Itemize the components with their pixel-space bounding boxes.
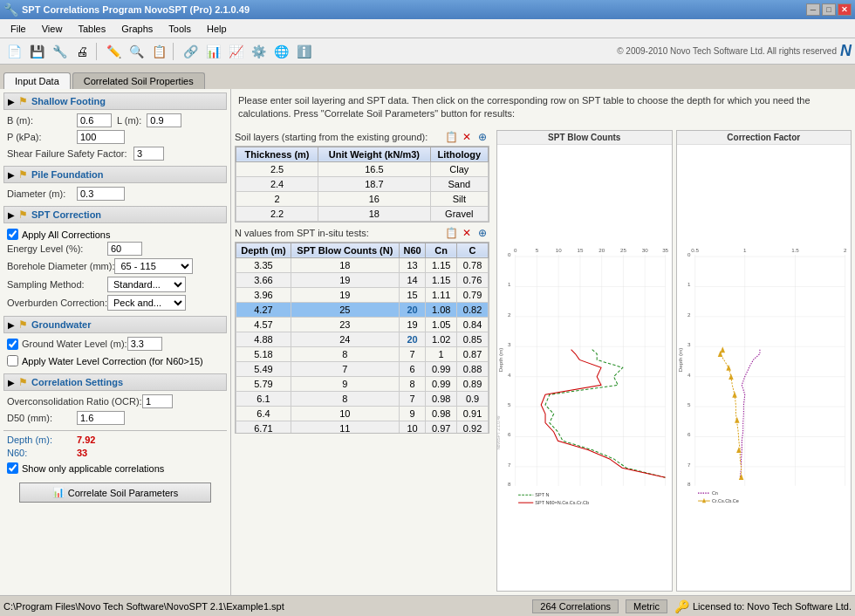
sampling-dropdown[interactable]: Standard... bbox=[107, 277, 186, 292]
maximize-button[interactable]: □ bbox=[822, 3, 836, 16]
soil-layers-scroll[interactable]: Thickness (m) Unit Weight (kN/m3) Lithol… bbox=[235, 146, 489, 222]
menu-graphs[interactable]: Graphs bbox=[114, 22, 160, 36]
spt-table-row[interactable]: 5.188710.87 bbox=[236, 346, 489, 361]
correlation-settings-header[interactable]: ▶ ⚑ Correlation Settings bbox=[3, 373, 227, 391]
borehole-dropdown[interactable]: 65 - 115 bbox=[114, 258, 193, 274]
cell-n60: 7 bbox=[399, 391, 425, 406]
gwl-input[interactable] bbox=[127, 337, 162, 351]
menu-view[interactable]: View bbox=[35, 22, 70, 36]
correlate-icon: 📊 bbox=[52, 487, 65, 498]
chart-button[interactable]: 📊 bbox=[202, 41, 223, 62]
pile-foundation-header[interactable]: ▶ ⚑ Pile Foundation bbox=[3, 166, 227, 183]
ocr-input[interactable] bbox=[142, 394, 173, 408]
menu-tools[interactable]: Tools bbox=[161, 22, 198, 36]
cell-n: 23 bbox=[291, 317, 399, 332]
soil-table-row[interactable]: 2.418.7Sand bbox=[236, 176, 489, 191]
menu-file[interactable]: File bbox=[3, 22, 33, 36]
spt-table-row[interactable]: 3.9619151.110.79 bbox=[236, 287, 489, 302]
spt-table-row[interactable]: 4.8824201.020.85 bbox=[236, 332, 489, 346]
d50-input[interactable] bbox=[77, 411, 125, 425]
cell-cn: 1.08 bbox=[426, 302, 457, 317]
cell-cn: 1.02 bbox=[426, 332, 457, 346]
cell-cn: 0.98 bbox=[426, 391, 457, 406]
svg-text:6: 6 bbox=[508, 431, 511, 437]
link-button[interactable]: 🔗 bbox=[180, 41, 201, 62]
diameter-input[interactable] bbox=[77, 187, 125, 201]
spt-scroll[interactable]: Depth (m) SPT Blow Counts (N) N60 Cn C 3… bbox=[235, 242, 489, 434]
info-button[interactable]: ℹ️ bbox=[293, 41, 314, 62]
sampling-label: Sampling Method: bbox=[7, 279, 107, 290]
svg-text:4: 4 bbox=[687, 371, 691, 377]
correlate-button[interactable]: 📊 Correlate Soil Parameters bbox=[19, 483, 211, 503]
overburden-dropdown[interactable]: Peck and... bbox=[107, 295, 186, 311]
gwl-checkbox[interactable] bbox=[7, 339, 18, 350]
menu-tables[interactable]: Tables bbox=[71, 22, 113, 36]
status-correlations: 264 Correlations bbox=[532, 599, 619, 613]
tab-correlated[interactable]: Correlated Soil Properties bbox=[72, 72, 205, 89]
soil-table-row[interactable]: 2.516.5Clay bbox=[236, 161, 489, 176]
n60-display-label: N60: bbox=[7, 448, 77, 458]
graph-button[interactable]: 📈 bbox=[225, 41, 246, 62]
soil-copy-icon[interactable]: 📋 bbox=[444, 130, 458, 144]
soil-table-row[interactable]: 2.218Gravel bbox=[236, 206, 489, 221]
spt-table-row[interactable]: 3.6619141.150.76 bbox=[236, 272, 489, 287]
tab-input-data[interactable]: Input Data bbox=[3, 72, 71, 90]
spt-table-row[interactable]: 5.79980.990.89 bbox=[236, 376, 489, 391]
cell-c: 0.79 bbox=[457, 287, 489, 302]
cell-cn: 1.11 bbox=[426, 287, 457, 302]
spt-table-row[interactable]: 6.1870.980.9 bbox=[236, 391, 489, 406]
spt-correction-header[interactable]: ▶ ⚑ SPT Correction bbox=[3, 206, 227, 223]
new-button[interactable]: 📄 bbox=[3, 41, 24, 62]
l-label: L (m): bbox=[117, 115, 141, 126]
pile-foundation-section: ▶ ⚑ Pile Foundation Diameter (m): bbox=[3, 166, 227, 201]
svg-text:10: 10 bbox=[556, 246, 562, 252]
menu-help[interactable]: Help bbox=[200, 22, 234, 36]
svg-text:3: 3 bbox=[687, 341, 691, 347]
apply-all-checkbox[interactable] bbox=[7, 229, 18, 240]
svg-text:0: 0 bbox=[508, 251, 511, 257]
table-button[interactable]: 📋 bbox=[148, 41, 169, 62]
minimize-button[interactable]: ─ bbox=[806, 3, 820, 16]
cell-n: 25 bbox=[291, 302, 399, 317]
print-button[interactable]: 🖨 bbox=[72, 41, 92, 62]
spt-table-row[interactable]: 6.41090.980.91 bbox=[236, 406, 489, 421]
energy-input[interactable] bbox=[107, 242, 142, 256]
cell-thickness: 2.5 bbox=[236, 161, 318, 176]
save-button[interactable]: 💾 bbox=[26, 41, 47, 62]
toolbar: 📄 💾 🔧 🖨 ✏️ 🔍 📋 🔗 📊 📈 ⚙️ 🌐 ℹ️ © 2009-2010… bbox=[0, 38, 855, 65]
svg-text:0: 0 bbox=[514, 246, 517, 252]
depth-display-label: Depth (m): bbox=[7, 435, 77, 445]
spt-table-row[interactable]: 6.7111100.970.92 bbox=[236, 421, 489, 434]
globe-button[interactable]: 🌐 bbox=[270, 41, 291, 62]
tab-bar: Input Data Correlated Soil Properties bbox=[0, 65, 855, 89]
close-button[interactable]: ✕ bbox=[838, 3, 852, 16]
spt-delete-icon[interactable]: ✕ bbox=[460, 226, 474, 240]
spt-table-row[interactable]: 3.3518131.150.78 bbox=[236, 257, 489, 272]
cell-thickness: 2.4 bbox=[236, 176, 318, 191]
settings-button[interactable]: ⚙️ bbox=[248, 41, 269, 62]
filter-button[interactable]: 🔍 bbox=[126, 41, 147, 62]
spt-copy-icon[interactable]: 📋 bbox=[444, 226, 458, 240]
app-title: SPT Correlations Program NovoSPT (Pro) 2… bbox=[22, 4, 250, 15]
p-input[interactable] bbox=[77, 130, 125, 144]
soil-delete-icon[interactable]: ✕ bbox=[460, 130, 474, 144]
soil-add-icon[interactable]: ⊕ bbox=[475, 130, 489, 144]
groundwater-header[interactable]: ▶ ⚑ Groundwater bbox=[3, 316, 227, 333]
soil-table-row[interactable]: 216Silt bbox=[236, 191, 489, 206]
ocr-row: Overconsolidation Ratio (OCR): bbox=[3, 394, 227, 408]
show-only-checkbox[interactable] bbox=[7, 462, 18, 474]
edit-button[interactable]: ✏️ bbox=[103, 41, 124, 62]
title-bar-controls: ─ □ ✕ bbox=[806, 3, 852, 16]
shear-input[interactable] bbox=[133, 147, 164, 161]
apply-correction-checkbox[interactable] bbox=[7, 355, 18, 366]
cell-cn: 0.99 bbox=[426, 376, 457, 391]
tools-button[interactable]: 🔧 bbox=[49, 41, 70, 62]
shallow-footing-header[interactable]: ▶ ⚑ Shallow Footing bbox=[3, 92, 227, 110]
right-area: Please enter soil layering and SPT data.… bbox=[231, 89, 855, 595]
spt-add-icon[interactable]: ⊕ bbox=[475, 226, 489, 240]
spt-table-row[interactable]: 4.5723191.050.84 bbox=[236, 317, 489, 332]
spt-table-row[interactable]: 4.2725201.080.82 bbox=[236, 302, 489, 317]
b-input[interactable] bbox=[77, 113, 112, 127]
l-input[interactable] bbox=[147, 113, 181, 127]
spt-table-row[interactable]: 5.49760.990.88 bbox=[236, 361, 489, 376]
